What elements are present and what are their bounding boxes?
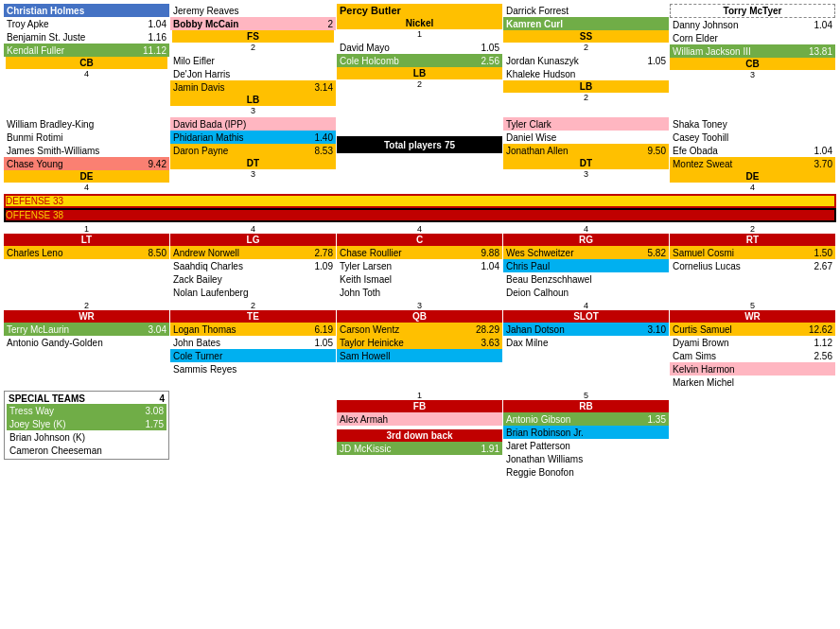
jamin-davis: Jamin Davis 3.14 — [170, 80, 336, 94]
jonathan-allen: Jonathan Allen 9.50 — [503, 144, 669, 157]
troy-apke: Troy Apke 1.04 — [4, 17, 169, 30]
cole-holcomb: Cole Holcomb 2.56 — [337, 54, 502, 67]
cornelius-lucas: Cornelius Lucas 2.67 — [670, 259, 835, 272]
john-toth: John Toth — [337, 286, 502, 299]
col1-de: William Bradley-King Bunmi Rotimi James … — [4, 117, 169, 192]
tress-way: Tress Way 3.08 — [7, 404, 166, 417]
tyler-clark: Tyler Clark — [503, 117, 669, 131]
de-pos-col5: DE — [670, 170, 835, 183]
jahan-dotson: Jahan Dotson 3.10 — [503, 323, 669, 336]
nolan-laufenberg: Nolan Laufenberg — [170, 286, 336, 299]
william-jackson-iii: William Jackson III 13.81 — [670, 44, 835, 58]
qb-pos: QB — [337, 310, 502, 323]
col2-dt: David Bada (IPP) Phidarian Mathis 1.40 D… — [170, 117, 336, 192]
benjamin-stjuste: Benjamin St. Juste 1.16 — [4, 30, 169, 44]
daron-payne: Daron Payne 8.53 — [170, 144, 336, 157]
lb-pos-col2: LB — [170, 94, 336, 106]
col2-empty-off — [170, 391, 336, 479]
corn-elder: Corn Elder — [670, 31, 835, 44]
danny-johnson: Danny Johnson 1.04 — [670, 18, 835, 31]
dejon-harris: De'Jon Harris — [170, 67, 336, 80]
col1-cb-depth: 4 — [4, 69, 169, 79]
shaka-toney: Shaka Toney — [670, 117, 835, 131]
terry-mclaurin: Terry McLaurin 3.04 — [4, 323, 169, 336]
st-header: SPECIAL TEAMS 4 — [7, 393, 166, 404]
kendall-fuller: Kendall Fuller 11.12 — [4, 44, 169, 57]
de-pos-col1: DE — [4, 170, 169, 183]
col4-rb: 5 RB Antonio Gibson 1.35 Brian Robinson … — [503, 391, 669, 479]
tyler-larsen: Tyler Larsen 1.04 — [337, 259, 502, 272]
saahdiq-charles: Saahdiq Charles 1.09 — [170, 259, 336, 272]
lt-pos: LT — [4, 234, 169, 246]
logan-thomas: Logan Thomas 6.19 — [170, 323, 336, 336]
efe-obada: Efe Obada 1.04 — [670, 144, 835, 157]
marken-michel: Marken Michel — [670, 376, 835, 389]
lg-pos: LG — [170, 234, 336, 246]
col4-defense: Darrick Forrest Kamren Curl SS 2 Jordan … — [503, 4, 669, 115]
col3-defense: Percy Butler Nickel 1 David Mayo 1.05 Co… — [337, 4, 502, 115]
cb-pos: CB — [6, 57, 167, 69]
joey-slye: Joey Slye (K) 1.75 — [7, 417, 166, 430]
chase-young: Chase Young 9.42 — [4, 157, 169, 170]
curtis-samuel: Curtis Samuel 12.62 — [670, 323, 835, 336]
dt-pos-col4: DT — [503, 157, 669, 169]
col1-special-teams: SPECIAL TEAMS 4 Tress Way 3.08 Joey Slye… — [4, 391, 169, 479]
col3-c: 4 C Chase Roullier 9.88 Tyler Larsen 1.0… — [337, 224, 502, 299]
jeremy-reaves: Jeremy Reaves — [170, 4, 336, 17]
daniel-wise: Daniel Wise — [503, 131, 669, 144]
col4-rg: 4 RG Wes Schweitzer 5.82 Chris Paul Beau… — [503, 224, 669, 299]
chris-paul: Chris Paul — [503, 259, 669, 272]
kamren-curl: Kamren Curl — [503, 17, 669, 30]
ss-pos: SS — [503, 30, 669, 43]
fs-pos: FS — [172, 30, 334, 43]
brian-johnson: Brian Johnson (K) — [7, 430, 166, 444]
percy-butler: Percy Butler — [337, 4, 502, 17]
col2-lb-depth: 3 — [170, 106, 336, 115]
beau-benzschhawel: Beau Benzschhawel — [503, 272, 669, 286]
jd-mckissic: JD McKissic 1.91 — [337, 442, 502, 455]
milo-eifler: Milo Eifler — [170, 54, 336, 67]
thirddown-pos: 3rd down back — [337, 429, 502, 442]
col1-wr: 2 WR Terry McLaurin 3.04 Antonio Gandy-G… — [4, 301, 169, 389]
khaleke-hudson: Khaleke Hudson — [503, 67, 669, 80]
offense-banner: OFFENSE 38 — [4, 208, 836, 222]
col4-dt: Tyler Clark Daniel Wise Jonathan Allen 9… — [503, 117, 669, 192]
john-bates: John Bates 1.05 — [170, 336, 336, 349]
sam-howell: Sam Howell — [337, 349, 502, 362]
charles-leno: Charles Leno 8.50 — [4, 246, 169, 259]
dax-milne: Dax Milne — [503, 336, 669, 349]
col5-de: Shaka Toney Casey Toohill Efe Obada 1.04… — [670, 117, 835, 192]
cam-sims: Cam Sims 2.56 — [670, 349, 835, 362]
samuel-cosmi: Samuel Cosmi 1.50 — [670, 246, 835, 259]
wr-pos-col1: WR — [4, 310, 169, 323]
william-bradley-king: William Bradley-King — [4, 117, 169, 131]
deion-calhoun: Deion Calhoun — [503, 286, 669, 299]
total-players: Total players 75 — [337, 136, 502, 153]
main-container: Christian Holmes Troy Apke 1.04 Benjamin… — [0, 0, 840, 482]
kelvin-harmon: Kelvin Harmon — [670, 362, 835, 376]
c-pos: C — [337, 234, 502, 246]
lb-pos-col3: LB — [337, 67, 502, 79]
alex-armah: Alex Armah — [337, 412, 502, 426]
jaret-patterson: Jaret Patterson — [503, 439, 669, 452]
rt-pos: RT — [670, 234, 835, 246]
col5-wr: 5 WR Curtis Samuel 12.62 Dyami Brown 1.1… — [670, 301, 835, 389]
keith-ismael: Keith Ismael — [337, 272, 502, 286]
col3-total: Total players 75 — [337, 117, 502, 192]
antonio-gandy-golden: Antonio Gandy-Golden — [4, 336, 169, 349]
dyami-brown: Dyami Brown 1.12 — [670, 336, 835, 349]
david-bada: David Bada (IPP) — [170, 117, 336, 131]
taylor-heinicke: Taylor Heinicke 3.63 — [337, 336, 502, 349]
col3-qb: 3 QB Carson Wentz 28.29 Taylor Heinicke … — [337, 301, 502, 389]
brian-robinson-jr: Brian Robinson Jr. — [503, 426, 669, 439]
cole-turner: Cole Turner — [170, 349, 336, 362]
col5-rt: 2 RT Samuel Cosmi 1.50 Cornelius Lucas 2… — [670, 224, 835, 299]
bobby-mccain: Bobby McCain 2 — [170, 17, 336, 30]
james-smith-williams: James Smith-Williams — [4, 144, 169, 157]
col2-fs-depth: 2 — [170, 43, 336, 52]
slot-pos: SLOT — [503, 310, 669, 323]
col5-defense: Torry McTyer Danny Johnson 1.04 Corn Eld… — [670, 4, 835, 115]
reggie-bonofon: Reggie Bonofon — [503, 465, 669, 479]
montez-sweat: Montez Sweat 3.70 — [670, 157, 835, 170]
col2-defense: Jeremy Reaves Bobby McCain 2 FS 2 Milo E… — [170, 4, 336, 115]
